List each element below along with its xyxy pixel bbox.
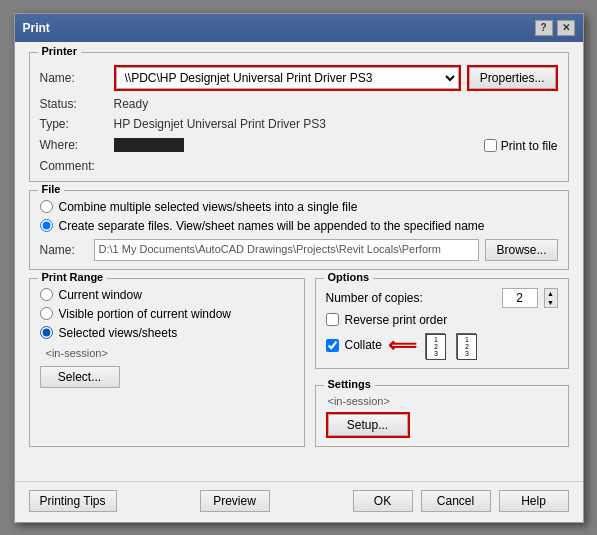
options-group: Options Number of copies: ▲ ▼ Reverse p <box>315 278 569 369</box>
page-front-2: 123 <box>457 334 477 360</box>
browse-button[interactable]: Browse... <box>485 239 557 261</box>
copies-row: Number of copies: ▲ ▼ <box>326 288 558 308</box>
type-row: Type: HP Designjet Universal Print Drive… <box>40 117 558 131</box>
file-option2-radio[interactable] <box>40 219 53 232</box>
visible-portion-row: Visible portion of current window <box>40 307 294 321</box>
print-to-file-checkbox[interactable] <box>484 139 497 152</box>
bottom-section: Print Range Current window Visible porti… <box>29 278 569 455</box>
file-option2-row: Create separate files. View/sheet names … <box>40 219 558 233</box>
right-column: Options Number of copies: ▲ ▼ Reverse p <box>315 278 569 455</box>
ok-button[interactable]: OK <box>353 490 413 512</box>
preview-button[interactable]: Preview <box>200 490 270 512</box>
in-session-row: <in-session> <box>44 346 294 360</box>
printer-name-select[interactable]: \\PDC\HP Designjet Universal Print Drive… <box>116 67 459 89</box>
title-bar: Print ? ✕ <box>15 14 583 42</box>
dialog-body: Printer Name: \\PDC\HP Designjet Univers… <box>15 42 583 477</box>
file-name-label: Name: <box>40 243 88 257</box>
type-value: HP Designjet Universal Print Driver PS3 <box>114 117 327 131</box>
printer-group: Printer Name: \\PDC\HP Designjet Univers… <box>29 52 569 182</box>
bottom-right-buttons: OK Cancel Help <box>353 490 569 512</box>
where-row: Where: Print to file <box>40 137 558 153</box>
settings-group: Settings <in-session> Setup... <box>315 385 569 447</box>
copies-up-button[interactable]: ▲ <box>545 289 557 298</box>
settings-in-session-row: <in-session> <box>326 394 558 408</box>
collate-checkbox[interactable] <box>326 339 339 352</box>
title-bar-buttons: ? ✕ <box>535 20 575 36</box>
options-group-label: Options <box>324 271 374 283</box>
comment-label: Comment: <box>40 159 108 173</box>
file-group-label: File <box>38 183 65 195</box>
copies-label: Number of copies: <box>326 291 496 305</box>
printing-tips-button[interactable]: Printing Tips <box>29 490 117 512</box>
cancel-button[interactable]: Cancel <box>421 490 491 512</box>
current-window-radio[interactable] <box>40 288 53 301</box>
file-name-input[interactable]: D:\1 My Documents\AutoCAD Drawings\Proje… <box>94 239 480 261</box>
copies-spinner: ▲ ▼ <box>544 288 558 308</box>
select-button[interactable]: Select... <box>40 366 120 388</box>
file-option2-label: Create separate files. View/sheet names … <box>59 219 485 233</box>
copies-down-button[interactable]: ▼ <box>545 298 557 307</box>
dialog-title: Print <box>23 21 50 35</box>
reverse-print-label: Reverse print order <box>345 313 448 327</box>
comment-row: Comment: <box>40 159 558 173</box>
type-label: Type: <box>40 117 108 131</box>
current-window-row: Current window <box>40 288 294 302</box>
current-window-label: Current window <box>59 288 142 302</box>
properties-button[interactable]: Properties... <box>469 67 556 89</box>
printer-name-row: Name: \\PDC\HP Designjet Universal Print… <box>40 65 558 91</box>
reverse-print-checkbox[interactable] <box>326 313 339 326</box>
print-range-group: Print Range Current window Visible porti… <box>29 278 305 447</box>
properties-btn-wrapper: Properties... <box>467 65 558 91</box>
print-dialog: Print ? ✕ Printer Name: \\PDC\HP Designj… <box>14 13 584 523</box>
close-title-button[interactable]: ✕ <box>557 20 575 36</box>
select-btn-row: Select... <box>40 366 294 388</box>
selected-views-row: Selected views/sheets <box>40 326 294 340</box>
red-arrow-icon: ⟸ <box>388 335 417 355</box>
page-set-1: 123 <box>423 331 446 360</box>
printer-name-label: Name: <box>40 71 108 85</box>
page-set-2: 123 <box>454 331 477 360</box>
status-row: Status: Ready <box>40 97 558 111</box>
settings-in-session: <in-session> <box>328 395 390 407</box>
where-label: Where: <box>40 138 108 152</box>
print-to-file-label: Print to file <box>501 139 558 153</box>
status-label: Status: <box>40 97 108 111</box>
visible-portion-label: Visible portion of current window <box>59 307 232 321</box>
selected-views-label: Selected views/sheets <box>59 326 178 340</box>
copies-input[interactable] <box>502 288 538 308</box>
file-group: File Combine multiple selected views/she… <box>29 190 569 270</box>
where-value-block <box>114 138 184 152</box>
file-option1-row: Combine multiple selected views/sheets i… <box>40 200 558 214</box>
bottom-buttons-bar: Printing Tips Preview OK Cancel Help <box>15 481 583 522</box>
settings-group-label: Settings <box>324 378 375 390</box>
page-front-1: 123 <box>426 334 446 360</box>
help-button[interactable]: Help <box>499 490 569 512</box>
setup-button[interactable]: Setup... <box>328 414 408 436</box>
reverse-print-row: Reverse print order <box>326 313 558 327</box>
status-value: Ready <box>114 97 149 111</box>
visible-portion-radio[interactable] <box>40 307 53 320</box>
file-option1-label: Combine multiple selected views/sheets i… <box>59 200 358 214</box>
printer-group-label: Printer <box>38 45 81 57</box>
selected-views-radio[interactable] <box>40 326 53 339</box>
copy-icons: 123 123 <box>423 331 477 360</box>
collate-label: Collate <box>345 338 382 352</box>
print-range-in-session: <in-session> <box>46 347 108 359</box>
file-option1-radio[interactable] <box>40 200 53 213</box>
setup-btn-wrapper: Setup... <box>326 412 410 438</box>
printer-select-wrapper: \\PDC\HP Designjet Universal Print Drive… <box>114 65 461 91</box>
print-range-label: Print Range <box>38 271 108 283</box>
file-name-row: Name: D:\1 My Documents\AutoCAD Drawings… <box>40 239 558 261</box>
help-title-button[interactable]: ? <box>535 20 553 36</box>
collate-row: Collate ⟸ 123 123 <box>326 331 558 360</box>
